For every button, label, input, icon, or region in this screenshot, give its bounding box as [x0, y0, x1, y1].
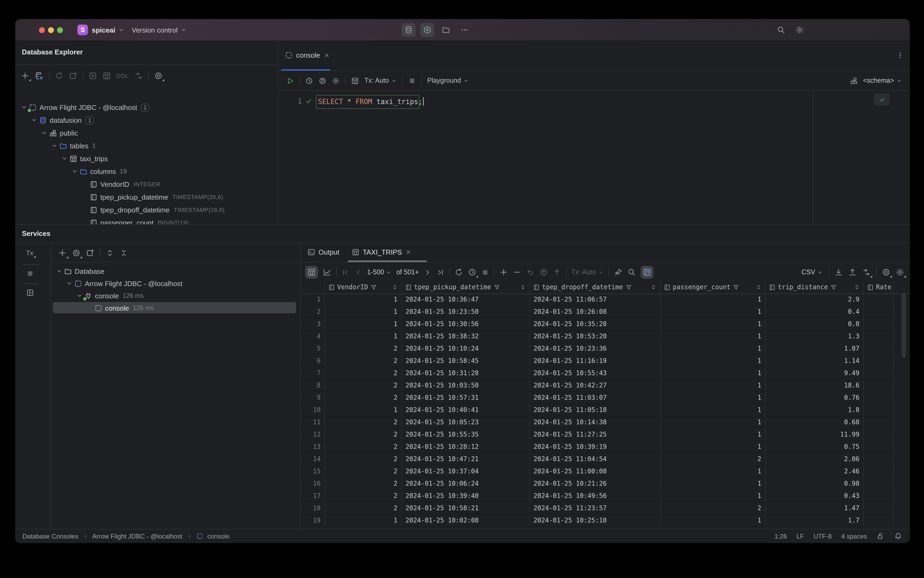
grid-cell[interactable]: 11.99 — [765, 429, 864, 441]
delete-row-button[interactable] — [513, 268, 521, 276]
tree-item-taxi-trips[interactable]: taxi_trips — [15, 152, 278, 165]
find-in-grid-button[interactable] — [627, 268, 636, 276]
column-header-vendorid[interactable]: VendorID — [325, 281, 402, 294]
close-button[interactable] — [39, 27, 45, 33]
table-row[interactable]: 1822024-01-25 10:58:212024-01-25 11:23:5… — [301, 502, 909, 515]
grid-cell[interactable]: 1.47 — [765, 502, 864, 515]
tx-strip-button[interactable]: Tx — [26, 249, 33, 257]
row-number-cell[interactable]: 18 — [301, 502, 325, 515]
database-tool-button[interactable] — [402, 23, 416, 37]
tree-item-arrow-flight-jdbc-localhost[interactable]: Arrow Flight JDBC - @localhost — [51, 277, 300, 290]
filter-funnel-icon[interactable] — [733, 284, 740, 291]
zoom-button[interactable] — [57, 27, 63, 33]
grid-cell[interactable] — [864, 318, 893, 330]
table-row[interactable]: 1722024-01-25 10:39:402024-01-25 10:49:5… — [301, 490, 909, 502]
grid-cell[interactable]: 2024-01-25 11:05:18 — [530, 404, 660, 416]
grid-cell[interactable]: 2024-01-25 11:16:19 — [530, 355, 660, 367]
grid-cell[interactable] — [864, 490, 893, 502]
grid-cell[interactable]: 1 — [660, 355, 765, 367]
table-row[interactable]: 722024-01-25 10:31:282024-01-25 10:55:43… — [301, 367, 909, 380]
chevron-down-icon[interactable] — [60, 154, 69, 163]
grid-cell[interactable]: 2024-01-25 10:55:35 — [402, 429, 530, 441]
add-datasource-button[interactable] — [21, 71, 29, 80]
expand-all-button[interactable] — [105, 249, 114, 257]
grid-cell[interactable]: 2 — [325, 478, 402, 490]
grid-view-button[interactable] — [305, 266, 318, 279]
grid-cell[interactable]: 2 — [325, 416, 402, 429]
grid-cell[interactable]: 1 — [325, 306, 402, 318]
column-header-rate[interactable]: Rate — [864, 281, 893, 294]
grid-cell[interactable]: 2024-01-25 10:38:32 — [402, 330, 530, 343]
grid-cell[interactable]: 1 — [660, 367, 765, 380]
grid-cell[interactable]: 1 — [660, 429, 765, 441]
grid-cell[interactable]: 2024-01-25 10:03:50 — [402, 380, 530, 392]
grid-cell[interactable]: 2 — [660, 502, 765, 515]
grid-cell[interactable]: 1 — [325, 318, 402, 330]
grid-cell[interactable]: 0.68 — [765, 416, 864, 429]
grid-cell[interactable]: 2.46 — [765, 465, 864, 478]
editor-content[interactable]: 1 SELECT * FROM taxi_trips; — [279, 91, 909, 224]
grid-cell[interactable]: 1 — [660, 343, 765, 355]
close-tab-icon[interactable] — [405, 248, 412, 255]
table-row[interactable]: 622024-01-25 10:58:452024-01-25 11:16:19… — [301, 355, 909, 367]
chevron-down-icon[interactable] — [55, 267, 63, 275]
grid-cell[interactable]: 2024-01-25 10:05:23 — [402, 416, 530, 429]
grid-cell[interactable]: 0.43 — [765, 490, 864, 502]
jump-to-console-button[interactable] — [69, 71, 77, 80]
grid-cell[interactable]: 2024-01-25 10:14:38 — [530, 416, 660, 429]
services-view-options-button[interactable] — [72, 249, 81, 257]
grid-cell[interactable]: 2 — [325, 502, 402, 515]
grid-cell[interactable]: 2024-01-25 10:42:27 — [530, 380, 660, 392]
close-tab-icon[interactable] — [323, 52, 330, 58]
grid-cell[interactable]: 2024-01-25 11:06:57 — [530, 294, 660, 306]
grid-cell[interactable]: 2024-01-25 10:36:47 — [402, 294, 530, 306]
grid-cell[interactable] — [864, 355, 893, 367]
grid-cell[interactable]: 2024-01-25 11:00:08 — [530, 465, 660, 478]
breadcrumb-item[interactable]: Database Consoles — [23, 533, 78, 540]
grid-cell[interactable]: 2 — [325, 441, 402, 453]
chevron-down-icon[interactable] — [70, 167, 79, 175]
row-number-cell[interactable]: 8 — [301, 380, 325, 392]
grid-cell[interactable]: 2024-01-25 10:57:31 — [402, 392, 530, 404]
grid-cell[interactable]: 2024-01-25 10:02:08 — [402, 515, 530, 527]
grid-cell[interactable] — [864, 416, 893, 429]
grid-cell[interactable]: 2024-01-25 10:21:26 — [530, 478, 660, 490]
grid-cell[interactable]: 2024-01-25 10:26:08 — [530, 306, 660, 318]
playground-select[interactable]: Playground — [427, 77, 469, 84]
grid-cell[interactable]: 2024-01-25 10:47:21 — [402, 453, 530, 465]
grid-cell[interactable]: 2024-01-25 10:23:36 — [530, 343, 660, 355]
row-number-cell[interactable]: 4 — [301, 330, 325, 343]
editor-settings-button[interactable] — [332, 76, 340, 84]
refresh-button[interactable] — [55, 71, 63, 80]
tree-item-passenger-count[interactable]: passenger_countBIGINT(19) — [15, 216, 278, 224]
grid-cell[interactable]: 2024-01-25 10:35:28 — [530, 318, 660, 330]
table-row[interactable]: 412024-01-25 10:38:322024-01-25 10:53:20… — [301, 330, 909, 343]
table-row[interactable]: 1222024-01-25 10:55:352024-01-25 11:27:2… — [301, 429, 909, 441]
minimize-button[interactable] — [48, 27, 54, 33]
grid-cell[interactable] — [864, 441, 893, 453]
row-number-cell[interactable]: 17 — [301, 490, 325, 502]
open-console-button[interactable] — [86, 249, 94, 257]
sql-code-line[interactable]: SELECT * FROM taxi_trips; — [318, 97, 423, 106]
grid-cell[interactable]: 2024-01-25 11:04:54 — [530, 453, 660, 465]
grid-cell[interactable]: 18.6 — [765, 380, 864, 392]
tree-item-console[interactable]: console126 ms — [51, 289, 300, 302]
grid-cell[interactable]: 2 — [325, 429, 402, 441]
grid-cell[interactable]: 1 — [660, 392, 765, 404]
run-services-button[interactable] — [420, 23, 434, 37]
stop-query-button[interactable] — [481, 268, 489, 276]
run-query-button[interactable] — [286, 76, 294, 84]
tx-mode-select[interactable]: Tx: Auto — [365, 77, 397, 84]
grid-cell[interactable]: 0.75 — [765, 441, 864, 453]
auto-refresh-button[interactable] — [468, 268, 477, 276]
filter-funnel-icon[interactable] — [625, 284, 632, 291]
filter-panel-button[interactable] — [641, 266, 653, 279]
data-extractor-button[interactable] — [862, 268, 871, 276]
row-number-cell[interactable]: 12 — [301, 429, 325, 441]
table-row[interactable]: 112024-01-25 10:36:472024-01-25 11:06:57… — [301, 294, 909, 306]
corner-header-cell[interactable] — [301, 281, 325, 294]
datasource-properties-button[interactable] — [35, 71, 44, 80]
grid-cell[interactable]: 1 — [660, 294, 765, 306]
project-folder-button[interactable] — [439, 23, 453, 37]
table-row[interactable]: 1012024-01-25 10:40:412024-01-25 11:05:1… — [301, 404, 909, 416]
